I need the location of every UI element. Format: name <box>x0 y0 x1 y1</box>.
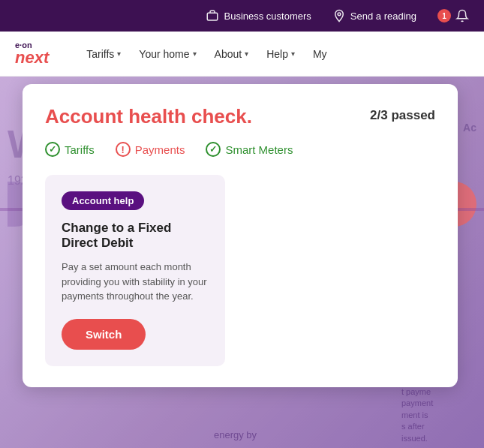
check-smart-meters-label: Smart Meters <box>225 143 293 156</box>
check-item-smart-meters: ✓ Smart Meters <box>206 142 293 157</box>
check-ok-icon-2: ✓ <box>206 142 221 157</box>
chevron-down-icon: ▾ <box>117 50 121 58</box>
business-customers-link[interactable]: Business customers <box>206 9 311 23</box>
modal-header: Account health check. 2/3 passed <box>45 105 435 128</box>
top-bar: Business customers Send a reading 1 <box>0 0 484 32</box>
logo[interactable]: e·on next <box>15 41 49 66</box>
check-item-payments: ! Payments <box>116 142 185 157</box>
check-ok-icon: ✓ <box>45 142 60 157</box>
nav-my-label: My <box>313 48 327 60</box>
nav-item-help[interactable]: Help ▾ <box>259 42 302 66</box>
chevron-down-icon: ▾ <box>291 50 295 58</box>
modal-title: Account health check. <box>45 105 252 128</box>
nav-item-my[interactable]: My <box>305 42 335 66</box>
modal-passed-count: 2/3 passed <box>370 108 435 123</box>
svg-point-1 <box>338 13 341 16</box>
chevron-down-icon: ▾ <box>193 50 197 58</box>
nav-your-home-label: Your home <box>139 48 189 60</box>
card-description: Pay a set amount each month providing yo… <box>62 260 209 304</box>
check-payments-label: Payments <box>135 143 185 156</box>
card-title: Change to a Fixed Direct Debit <box>62 221 209 251</box>
check-items-row: ✓ Tariffs ! Payments ✓ Smart Meters <box>45 142 435 157</box>
business-customers-label: Business customers <box>224 11 311 22</box>
account-health-modal: Account health check. 2/3 passed ✓ Tarif… <box>23 84 458 387</box>
nav-item-tariffs[interactable]: Tariffs ▾ <box>79 42 128 66</box>
send-reading-label: Send a reading <box>350 11 416 22</box>
nav-help-label: Help <box>266 48 288 60</box>
chevron-down-icon: ▾ <box>245 50 248 58</box>
svg-rect-0 <box>208 13 218 20</box>
header: e·on next Tariffs ▾ Your home ▾ About ▾ … <box>0 32 484 77</box>
nav-item-your-home[interactable]: Your home ▾ <box>131 42 203 66</box>
switch-button[interactable]: Switch <box>62 319 146 350</box>
bottom-right-text: t payme payment ment is s after issued. <box>401 386 461 444</box>
nav-about-label: About <box>215 48 242 60</box>
notification-bell[interactable]: 1 <box>437 9 469 23</box>
nav-tariffs-label: Tariffs <box>86 48 114 60</box>
check-item-tariffs: ✓ Tariffs <box>45 142 95 157</box>
main-nav: Tariffs ▾ Your home ▾ About ▾ Help ▾ My <box>79 42 334 66</box>
notification-count: 1 <box>437 9 451 23</box>
check-warn-icon: ! <box>116 142 131 157</box>
account-help-card: Account help Change to a Fixed Direct De… <box>45 175 225 366</box>
main-background: We 192 G Ac Account health check. 2/3 pa… <box>0 77 484 448</box>
check-tariffs-label: Tariffs <box>65 143 95 156</box>
send-reading-link[interactable]: Send a reading <box>332 9 416 23</box>
card-tag: Account help <box>62 191 144 210</box>
logo-next: next <box>15 50 49 66</box>
nav-item-about[interactable]: About ▾ <box>207 42 257 66</box>
bottom-energy-text: energy by <box>214 429 257 440</box>
